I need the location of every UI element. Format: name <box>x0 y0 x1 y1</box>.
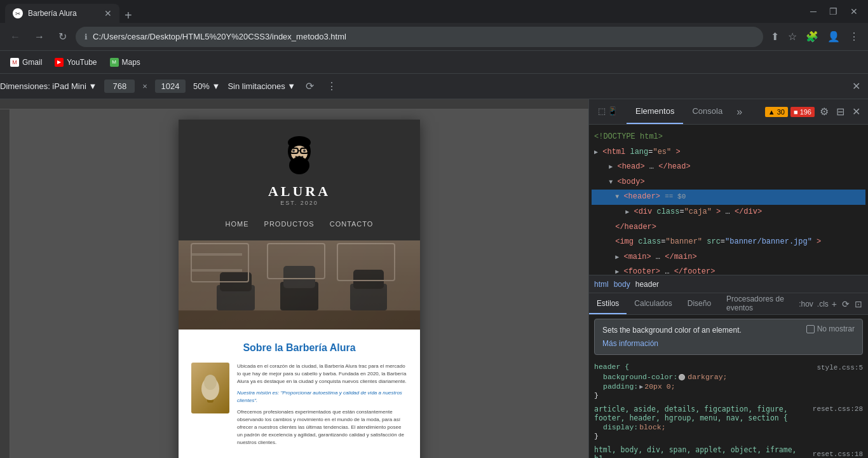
width-input[interactable]: 768 <box>104 80 135 93</box>
styles-content: header { style.css:5 background-color: d… <box>589 359 868 458</box>
styles-tab-procesadores[interactable]: Procesadores de eventos <box>719 293 799 314</box>
extensions-button[interactable]: 🧩 <box>802 27 822 46</box>
bookmarks-bar: M Gmail ▶ YouTube M Maps <box>0 51 868 74</box>
close-brace-1: } <box>594 391 599 399</box>
breadcrumb-header[interactable]: header <box>635 280 659 289</box>
address-bar[interactable]: ℹ <box>76 27 763 47</box>
breadcrumb-body[interactable]: body <box>614 280 630 289</box>
rotate-button[interactable]: ⟳ <box>303 78 316 95</box>
style-selector-html[interactable]: html, body, div, span, applet, object, i… <box>594 445 813 458</box>
minimize-button[interactable]: ─ <box>805 4 822 19</box>
tab-close-button[interactable]: ✕ <box>104 8 112 18</box>
mobile-icon[interactable]: 📱 <box>607 106 618 116</box>
style-selector-article[interactable]: article, aside, details, figcaption, fig… <box>594 405 788 413</box>
padding-prop[interactable]: padding: <box>603 382 638 391</box>
tab-more[interactable]: » <box>731 106 747 118</box>
svg-point-7 <box>292 149 295 152</box>
style-rule-header-row: header { style.css:5 <box>594 363 863 372</box>
style-selector-header[interactable]: header { <box>594 363 629 371</box>
new-tab-button[interactable]: + <box>119 8 137 23</box>
dom-doctype[interactable]: <!DOCTYPE html> <box>592 130 865 145</box>
nav-contacto[interactable]: CONTACTO <box>330 220 374 228</box>
dock-icon[interactable]: ⊟ <box>834 103 847 120</box>
close-device-toolbar-button[interactable]: ✕ <box>850 78 863 95</box>
close-button[interactable]: ✕ <box>845 4 863 19</box>
zoom-selector[interactable]: 50% ▼ <box>193 81 220 91</box>
back-button[interactable]: ← <box>5 27 25 46</box>
style-source-3[interactable]: reset.css:18 <box>813 450 863 458</box>
more-styles-button[interactable]: ⊡ <box>853 297 864 311</box>
dom-header-close[interactable]: </header> <box>592 220 865 235</box>
bookmark-youtube[interactable]: ▶ YouTube <box>50 55 102 69</box>
bookmark-maps[interactable]: M Maps <box>105 55 146 69</box>
close-devtools-button[interactable]: ✕ <box>850 103 863 120</box>
display-prop[interactable]: display: <box>603 423 638 431</box>
horizontal-ruler <box>0 99 588 109</box>
tooltip-text: Sets the background color of an element.… <box>602 324 801 349</box>
bg-color-prop[interactable]: background-color: <box>603 373 677 381</box>
settings-icon[interactable]: ⚙ <box>817 103 831 120</box>
refresh-styles-button[interactable]: ⟳ <box>840 297 851 311</box>
nav-productos[interactable]: PRODUCTOS <box>264 220 315 228</box>
active-tab[interactable]: ✂ Barbería Alura ✕ <box>5 4 119 23</box>
dom-head[interactable]: ▶ <head> … </head> <box>592 160 865 175</box>
dom-tree[interactable]: <!DOCTYPE html> ▶ <html lang="es" > ▶ <h… <box>589 125 868 275</box>
dom-main[interactable]: ▶ <main> … </main> <box>592 250 865 265</box>
tab-elementos[interactable]: ⬚ 📱 <box>589 99 627 124</box>
profile-button[interactable]: 👤 <box>824 27 844 46</box>
styles-tab-calculados[interactable]: Calculados <box>627 293 679 314</box>
reload-button[interactable]: ↻ <box>53 27 72 46</box>
bookmark-button[interactable]: ☆ <box>784 27 801 46</box>
tab-consola[interactable]: Consola <box>683 99 731 124</box>
classes-toggle[interactable]: .cls <box>817 300 829 309</box>
share-button[interactable]: ⬆ <box>767 27 783 46</box>
maps-label: Maps <box>122 58 140 67</box>
bookmark-gmail[interactable]: M Gmail <box>5 55 47 69</box>
height-input[interactable]: 1024 <box>155 80 186 93</box>
style-selector-article-2: footer, header, hgroup, menu, nav, secti… <box>594 413 863 422</box>
maps-favicon: M <box>110 58 119 67</box>
style-source-1[interactable]: style.css:5 <box>817 364 863 371</box>
style-rule-html-row: html, body, div, span, applet, object, i… <box>594 445 863 458</box>
nav-home[interactable]: HOME <box>226 220 249 228</box>
padding-arrow[interactable]: ▶ <box>639 383 643 391</box>
address-input[interactable] <box>93 32 754 41</box>
no-limit-selector[interactable]: Sin limitaciones ▼ <box>227 81 295 91</box>
padding-val[interactable]: 20px 0; <box>644 382 675 391</box>
page-banner <box>179 240 420 330</box>
page-viewport[interactable]: ALURA EST. 2020 HOME PRODUCTOS CONTACTO <box>10 109 588 458</box>
about-title: Sobre la Barbería Alura <box>191 342 407 354</box>
address-icon: ℹ <box>85 32 88 41</box>
inspect-icon[interactable]: ⬚ <box>598 106 606 116</box>
dom-html[interactable]: ▶ <html lang="es" > <box>592 145 865 160</box>
dimension-separator: × <box>142 81 147 91</box>
logo-subtitle: EST. 2020 <box>280 200 318 206</box>
dom-div-caja[interactable]: ▶ <div class="caja" > … </div> <box>592 205 865 220</box>
devtools-actions: ▲ 30 ■ 196 ⚙ ⊟ ✕ <box>765 103 868 120</box>
styles-tab-diseno[interactable]: Diseño <box>680 293 719 314</box>
devtools-icons-row: ⬚ 📱 <box>598 106 618 116</box>
styles-tab-estilos[interactable]: Estilos <box>589 293 627 314</box>
display-val[interactable]: block; <box>639 423 665 431</box>
more-info-link[interactable]: Más información <box>602 338 801 349</box>
youtube-label: YouTube <box>67 58 97 67</box>
pseudo-state[interactable]: :hov <box>799 300 813 309</box>
restore-button[interactable]: ❐ <box>824 4 843 19</box>
dom-body[interactable]: ▼ <body> <box>592 175 865 190</box>
banner-svg <box>179 240 420 330</box>
style-source-2[interactable]: reset.css:28 <box>813 405 863 413</box>
dom-header[interactable]: ▼ <header> == $0 <box>592 190 865 205</box>
add-style-button[interactable]: + <box>830 297 839 311</box>
color-dot-darkgray[interactable] <box>679 374 685 380</box>
gmail-label: Gmail <box>22 58 42 67</box>
no-show-checkbox[interactable] <box>806 325 815 333</box>
dom-footer[interactable]: ▶ <footer> … </footer> <box>592 265 865 275</box>
tab-elementos-label[interactable]: Elementos <box>627 99 683 124</box>
more-options-button[interactable]: ⋮ <box>324 78 339 95</box>
bg-color-val[interactable]: darkgray; <box>679 373 727 381</box>
dom-img[interactable]: <img class="banner" src="banner/banner.j… <box>592 235 865 250</box>
breadcrumb-html[interactable]: html <box>594 280 609 289</box>
forward-button[interactable]: → <box>29 27 50 46</box>
logo-area: ALURA EST. 2020 <box>268 132 330 206</box>
menu-button[interactable]: ⋮ <box>845 27 863 46</box>
